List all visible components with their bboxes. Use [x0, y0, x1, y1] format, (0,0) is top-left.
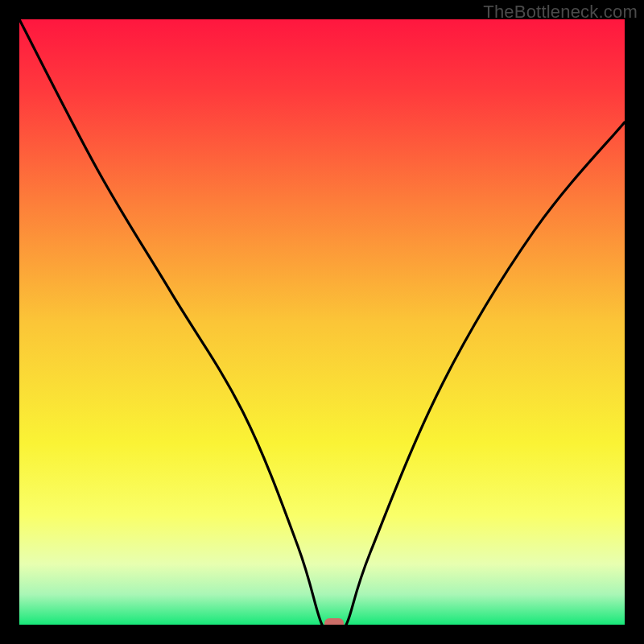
gradient-background: [19, 19, 625, 625]
chart-frame: TheBottleneck.com: [0, 0, 644, 644]
plot-area: [19, 19, 625, 625]
optimum-marker: [324, 618, 344, 625]
bottleneck-chart: [19, 19, 625, 625]
watermark-text: TheBottleneck.com: [483, 2, 638, 23]
